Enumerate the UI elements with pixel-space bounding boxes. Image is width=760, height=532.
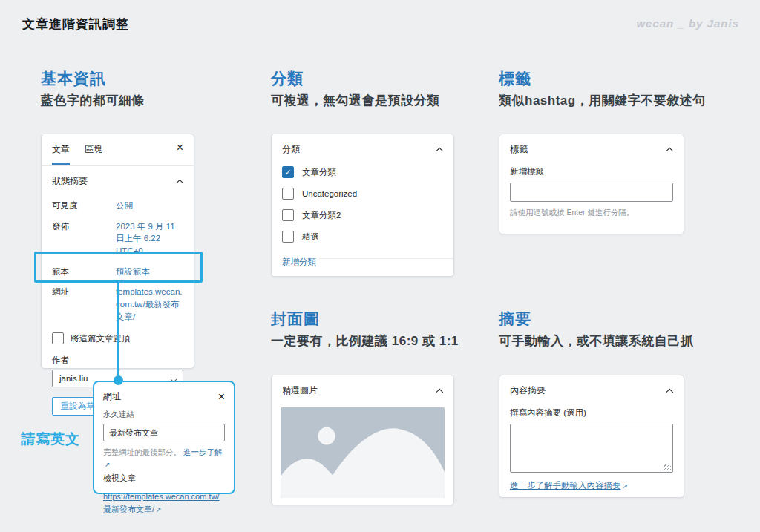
url-popover: 網址 × 永久連結 完整網址的最後部分。 進一步了解↗ 檢視文章 https:/… [93, 381, 235, 494]
featured-image-panel: 精選圖片 [271, 375, 454, 505]
status-summary-header[interactable]: 狀態摘要 [42, 166, 194, 197]
image-placeholder-icon [281, 407, 445, 498]
close-icon[interactable]: × [177, 143, 183, 152]
close-icon[interactable]: × [218, 393, 225, 401]
url-popover-title: 網址 [103, 390, 121, 403]
status-summary-label: 狀態摘要 [52, 175, 88, 188]
watermark: wecan _ by Janis [636, 17, 739, 30]
url-popover-header: 網址 × [103, 390, 225, 403]
category-panel: 分類 ✓ 文章分類 Uncategorized 文章分類2 精選 新增分類 [271, 134, 454, 277]
connector-dot [114, 375, 123, 385]
external-link-icon: ↗ [623, 482, 629, 490]
excerpt-panel-header[interactable]: 內容摘要 [499, 375, 684, 406]
category-item: 精選 [282, 231, 443, 243]
category-label: Uncategorized [302, 189, 357, 198]
heading-category: 分類 [271, 68, 304, 89]
page-title: 文章進階資訊調整 [22, 16, 129, 33]
featured-image-title: 精選圖片 [282, 384, 318, 397]
external-link-icon: ↗ [156, 505, 162, 516]
category-label: 精選 [302, 231, 319, 243]
permalink-hint: 完整網址的最後部分。 進一步了解↗ [103, 447, 225, 470]
subtitle-cover-image: 一定要有，比例建議 16:9 或 1:1 [271, 332, 459, 349]
subtitle-basic-info: 藍色字的都可細條 [41, 92, 145, 109]
category-checkbox[interactable] [282, 231, 294, 243]
subtitle-excerpt: 可手動輸入，或不填讓系統自己抓 [499, 332, 694, 349]
tag-separator-hint: 請使用逗號或按 Enter 鍵進行分隔。 [510, 208, 673, 218]
settings-tab-bar: 文章 區塊 × [42, 134, 194, 166]
resize-grip-icon[interactable] [664, 464, 671, 470]
subtitle-category: 可複選，無勾選會是預設分類 [271, 92, 440, 109]
category-panel-title: 分類 [282, 143, 300, 156]
category-list: ✓ 文章分類 Uncategorized 文章分類2 精選 [272, 165, 453, 243]
featured-image-header[interactable]: 精選圖片 [272, 375, 453, 406]
sticky-checkbox-label: 將這篇文章置頂 [71, 333, 131, 344]
heading-basic-info: 基本資訊 [41, 68, 106, 89]
chevron-up-icon [436, 148, 443, 155]
url-value-link[interactable]: templates.wecan.com.tw/最新發布文章/ [116, 286, 183, 323]
chevron-up-icon [176, 180, 183, 187]
note-write-english: 請寫英文 [21, 430, 80, 449]
add-tag-label: 新增標籤 [510, 166, 673, 177]
heading-cover-image: 封面圖 [271, 309, 320, 329]
view-post-label: 檢視文章 [103, 473, 225, 484]
url-highlight-box [34, 252, 203, 283]
permalink-input[interactable] [103, 424, 225, 441]
view-post-url-row: https://templates.wecan.com.tw/最新發布文章/↗ [103, 490, 225, 516]
excerpt-learn-more-link[interactable]: 進一步了解手動輸入內容摘要 [510, 481, 621, 490]
connector-line [117, 283, 119, 381]
excerpt-learn-more-row: 進一步了解手動輸入內容摘要↗ [510, 480, 673, 491]
row-label: 網址 [52, 286, 116, 323]
add-category-link[interactable]: 新增分類 [282, 257, 319, 266]
category-checkbox[interactable]: ✓ [282, 166, 294, 178]
sticky-checkbox[interactable] [52, 332, 64, 344]
category-item: ✓ 文章分類 [282, 166, 443, 178]
row-label: 可見度 [52, 200, 116, 212]
chevron-up-icon [436, 389, 443, 396]
add-tag-input[interactable] [510, 183, 673, 202]
excerpt-panel-title: 內容摘要 [510, 384, 546, 397]
visibility-value-link[interactable]: 公開 [116, 200, 183, 212]
external-link-icon: ↗ [105, 460, 111, 470]
category-label: 文章分類 [302, 167, 336, 178]
category-label: 文章分類2 [302, 210, 341, 221]
permalink-label: 永久連結 [103, 410, 225, 420]
category-item: Uncategorized [282, 188, 443, 200]
category-item: 文章分類2 [282, 209, 443, 221]
category-checkbox[interactable] [282, 188, 294, 200]
add-category-row: 新增分類 [272, 252, 453, 278]
author-select-value: janis.liu [59, 374, 88, 383]
category-panel-header[interactable]: 分類 [272, 134, 453, 165]
permalink-hint-text: 完整網址的最後部分。 [103, 447, 181, 456]
subtitle-tags: 類似hashtag，用關鍵字不要敘述句 [499, 92, 706, 109]
category-checkbox[interactable] [282, 209, 294, 221]
tags-panel-body: 新增標籤 請使用逗號或按 Enter 鍵進行分隔。 [499, 165, 684, 229]
tab-block[interactable]: 區塊 [85, 143, 102, 163]
excerpt-panel-body: 撰寫內容摘要 (選用) 進一步了解手動輸入內容摘要↗ [499, 406, 684, 502]
excerpt-panel: 內容摘要 撰寫內容摘要 (選用) 進一步了解手動輸入內容摘要↗ [499, 375, 684, 498]
heading-excerpt: 摘要 [499, 309, 531, 329]
learn-more-link[interactable]: 進一步了解 [183, 447, 223, 456]
tags-panel: 標籤 新增標籤 請使用逗號或按 Enter 鍵進行分隔。 [499, 134, 684, 234]
chevron-up-icon [666, 389, 673, 396]
tags-panel-title: 標籤 [510, 143, 528, 156]
chevron-up-icon [666, 148, 673, 155]
excerpt-textarea[interactable] [510, 424, 673, 473]
tab-post[interactable]: 文章 [52, 143, 70, 165]
excerpt-textarea-label: 撰寫內容摘要 (選用) [510, 407, 673, 418]
tags-panel-header[interactable]: 標籤 [499, 134, 684, 165]
heading-tags: 標籤 [499, 68, 531, 89]
row-visibility: 可見度 公開 [42, 200, 194, 212]
featured-image-placeholder[interactable] [281, 407, 445, 498]
